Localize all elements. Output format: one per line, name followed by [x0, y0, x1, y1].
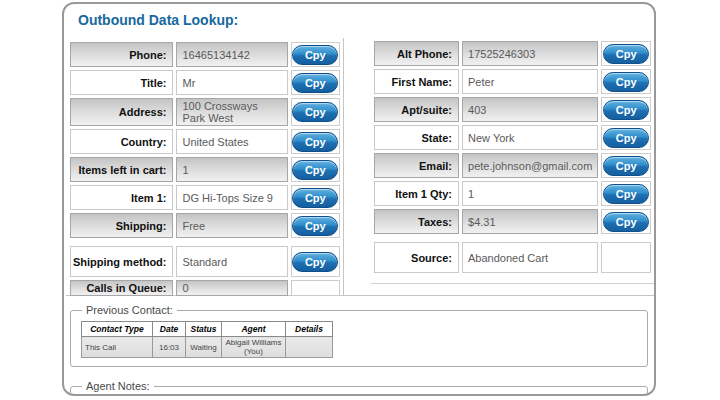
copy-button[interactable]: Cpy	[292, 45, 338, 65]
lookup-table-right: Alt Phone:17525246303CpyFirst Name:Peter…	[371, 38, 654, 276]
copy-button-cell: Cpy	[601, 125, 651, 150]
table-row: Phone:16465134142Cpy	[70, 42, 340, 67]
copy-button-cell: Cpy	[291, 246, 340, 277]
copy-button[interactable]: Cpy	[603, 184, 649, 204]
copy-button[interactable]: Cpy	[603, 128, 649, 148]
previous-contact-fieldset: Previous Contact: Contact TypeDateStatus…	[70, 304, 648, 367]
copy-button-cell: Cpy	[291, 98, 340, 126]
contact-cell	[286, 337, 333, 358]
row-spacer	[70, 241, 340, 243]
table-row: First Name:PeterCpy	[374, 69, 651, 94]
field-label: Shipping method:	[70, 246, 173, 277]
copy-button[interactable]: Cpy	[603, 212, 649, 232]
field-value: 1	[462, 181, 598, 206]
copy-button[interactable]: Cpy	[292, 132, 338, 152]
field-label: Item 1 Qty:	[374, 181, 459, 206]
contact-column-header: Contact Type	[82, 322, 153, 337]
field-value: Free	[176, 213, 287, 238]
table-row: Item 1 Qty:1Cpy	[374, 181, 651, 206]
field-label: Items left in cart:	[70, 157, 173, 182]
contact-column-header: Status	[186, 322, 222, 337]
field-value: New York	[462, 125, 598, 150]
copy-button-cell: Cpy	[601, 69, 651, 94]
field-label: Title:	[70, 70, 173, 95]
copy-button[interactable]: Cpy	[292, 73, 338, 93]
field-value: Standard	[176, 246, 287, 277]
field-value: Peter	[462, 69, 598, 94]
table-row: Apt/suite:403Cpy	[374, 97, 651, 122]
copy-button-cell: Cpy	[601, 153, 651, 178]
field-label: Alt Phone:	[374, 41, 459, 66]
table-row: State:New YorkCpy	[374, 125, 651, 150]
field-value: 17525246303	[462, 41, 598, 66]
contact-cell: Waiting	[186, 337, 222, 358]
field-value: 0	[176, 280, 287, 296]
outbound-lookup-panel: Outbound Data Lookup: Phone:16465134142C…	[62, 2, 656, 396]
table-row: Items left in cart:1Cpy	[70, 157, 340, 182]
field-label: First Name:	[374, 69, 459, 94]
table-row: Item 1:DG Hi-Tops Size 9Cpy	[70, 185, 340, 210]
table-row: Taxes:$4.31Cpy	[374, 209, 651, 234]
copy-button[interactable]: Cpy	[603, 72, 649, 92]
copy-button-cell: Cpy	[601, 209, 651, 234]
copy-button[interactable]: Cpy	[603, 44, 649, 64]
copy-button-cell: Cpy	[291, 157, 340, 182]
copy-button-cell: Cpy	[291, 129, 340, 154]
copy-button-cell	[291, 280, 340, 296]
contact-row: This Call16:03WaitingAbigail Williams (Y…	[82, 337, 333, 358]
copy-button-cell: Cpy	[601, 181, 651, 206]
copy-button-cell: Cpy	[291, 213, 340, 238]
table-row: Title:MrCpy	[70, 70, 340, 95]
field-value: 16465134142	[176, 42, 287, 67]
copy-button-cell: Cpy	[291, 42, 340, 67]
field-label: Apt/suite:	[374, 97, 459, 122]
field-label: Shipping:	[70, 213, 173, 238]
lookup-grid: Phone:16465134142CpyTitle:MrCpyAddress:1…	[66, 38, 654, 296]
lookup-right-box: Alt Phone:17525246303CpyFirst Name:Peter…	[371, 38, 654, 284]
copy-button[interactable]: Cpy	[603, 100, 649, 120]
contact-column-header: Agent	[222, 322, 286, 337]
field-label: Item 1:	[70, 185, 173, 210]
field-value: 100 Crossways Park West	[176, 98, 287, 126]
previous-contact-table: Contact TypeDateStatusAgentDetails This …	[81, 321, 333, 358]
copy-button[interactable]: Cpy	[292, 102, 338, 122]
copy-button-cell: Cpy	[601, 97, 651, 122]
field-label: Source:	[374, 242, 459, 273]
page-title: Outbound Data Lookup:	[78, 12, 654, 30]
copy-button[interactable]: Cpy	[292, 216, 338, 236]
field-value: pete.johnson@gmail.com	[462, 153, 598, 178]
field-value: Mr	[176, 70, 287, 95]
copy-button-cell: Cpy	[601, 41, 651, 66]
copy-button-cell: Cpy	[291, 70, 340, 95]
field-value: DG Hi-Tops Size 9	[176, 185, 287, 210]
agent-notes-legend: Agent Notes:	[82, 380, 154, 392]
copy-button[interactable]: Cpy	[603, 156, 649, 176]
field-label: Email:	[374, 153, 459, 178]
field-label: Address:	[70, 98, 173, 126]
lookup-table-right-body: Alt Phone:17525246303CpyFirst Name:Peter…	[374, 41, 651, 273]
table-row: Country:United StatesCpy	[70, 129, 340, 154]
contact-column-header: Details	[286, 322, 333, 337]
contact-header-row: Contact TypeDateStatusAgentDetails	[82, 322, 333, 337]
table-row: Source:Abandoned Cart	[374, 242, 651, 273]
previous-contact-legend: Previous Contact:	[82, 304, 177, 316]
table-row: Shipping method:StandardCpy	[70, 246, 340, 277]
copy-button[interactable]: Cpy	[292, 252, 338, 272]
table-row: Shipping:FreeCpy	[70, 213, 340, 238]
field-value: United States	[176, 129, 287, 154]
lookup-column-left: Phone:16465134142CpyTitle:MrCpyAddress:1…	[66, 38, 344, 295]
copy-button-cell: Cpy	[291, 185, 340, 210]
field-value: 1	[176, 157, 287, 182]
lookup-table-left-body: Phone:16465134142CpyTitle:MrCpyAddress:1…	[70, 42, 340, 296]
contact-cell: 16:03	[153, 337, 186, 358]
field-value: Abandoned Cart	[462, 242, 598, 273]
agent-notes-fieldset: Agent Notes:	[70, 380, 648, 396]
row-spacer	[374, 237, 651, 239]
field-label: Country:	[70, 129, 173, 154]
table-row: Email:pete.johnson@gmail.comCpy	[374, 153, 651, 178]
field-value: 403	[462, 97, 598, 122]
copy-button[interactable]: Cpy	[292, 188, 338, 208]
copy-button[interactable]: Cpy	[292, 160, 338, 180]
contact-cell: Abigail Williams (You)	[222, 337, 286, 358]
table-row: Calls in Queue:0	[70, 280, 340, 296]
